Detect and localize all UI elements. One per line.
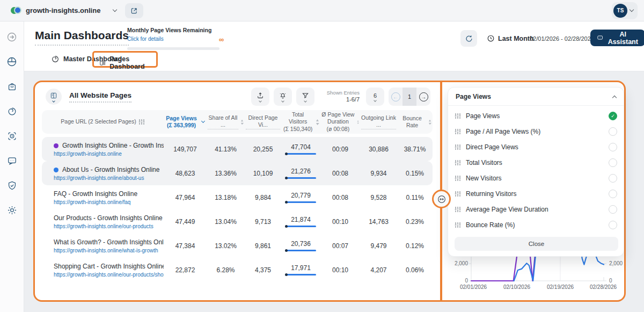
metric-option[interactable]: Bounce Rate (%) — [455, 217, 617, 233]
metric-panel-header[interactable]: Page Views — [448, 88, 624, 106]
sort-icon — [316, 119, 319, 125]
column-label: Page URL (2 Selected Pages) — [61, 118, 136, 125]
export-icon — [257, 92, 264, 99]
radio-button[interactable] — [609, 190, 617, 198]
next-page-button[interactable]: → — [416, 88, 430, 106]
sidebar-item-statistics[interactable] — [5, 104, 19, 118]
export-button[interactable] — [251, 88, 269, 106]
sidebar-item-dashboards[interactable] — [5, 55, 19, 69]
page-url-link[interactable]: https://growth-insights.online/what-is-g… — [54, 248, 164, 253]
total-visitors-value: 20,779 — [291, 192, 311, 199]
column-bounce-rate[interactable]: Bounce Rate — [397, 115, 433, 129]
metric-option[interactable]: Direct Page Views — [455, 139, 617, 155]
shown-entries-label: Shown Entries — [321, 90, 360, 96]
direct-views-value: 10,109 — [245, 170, 281, 177]
previous-page-button[interactable]: ← — [389, 88, 402, 106]
tab-pages-dashboard[interactable]: Pages Dashboard — [99, 55, 156, 70]
sliders-icon — [455, 206, 461, 213]
x-axis-label: 02/28/2026 — [590, 284, 617, 290]
radio-button[interactable] — [609, 221, 617, 229]
website-selector[interactable]: growth-insights.online — [11, 5, 116, 16]
metric-option[interactable]: Page / All Page Views (%) — [455, 124, 617, 139]
column-share-of-all[interactable]: Share of All ... — [207, 114, 245, 129]
metric-option[interactable]: Page Views — [455, 108, 617, 124]
site-domain-label: growth-insights.online — [26, 6, 100, 14]
column-total-visitors[interactable]: Total Visitors(Σ 150,340) — [281, 111, 320, 132]
bounce-rate-value: 0.23% — [397, 218, 433, 226]
refresh-button[interactable] — [460, 30, 477, 47]
top-bar: growth-insights.online TS — [0, 0, 644, 21]
chevron-up-icon — [612, 95, 617, 99]
sidebar-item-collapse[interactable] — [5, 30, 19, 44]
sidebar-item-communication[interactable] — [5, 154, 19, 168]
page-title-text: What is Growth? - Growth Insights Online — [54, 238, 164, 246]
column-direct-page-views[interactable]: Direct Page Vi... — [245, 114, 281, 129]
close-button[interactable]: Close — [455, 237, 618, 251]
table-row[interactable]: Growth Insights Online - Growth Insights… — [42, 137, 433, 161]
date-range-label: 02/01/2026 - 02/28/2026 — [530, 35, 594, 42]
metric-option-label: Bounce Rate (%) — [466, 221, 515, 229]
external-link-icon — [130, 7, 138, 14]
resize-arrows-icon — [437, 194, 447, 204]
open-website-button[interactable] — [125, 3, 143, 18]
page-size-selector[interactable]: 6 — [366, 88, 384, 106]
outgoing-links-value: 30,886 — [360, 146, 397, 153]
table-row[interactable]: Our Products - Growth Insights Onlinehtt… — [42, 209, 433, 234]
chevron-down-icon — [630, 7, 634, 11]
widget-type-selector[interactable] — [46, 89, 62, 105]
filter-button[interactable] — [296, 88, 314, 106]
quota-details-link[interactable]: Click for details — [127, 36, 164, 42]
radio-button[interactable] — [609, 205, 617, 214]
user-menu[interactable]: TS — [612, 2, 638, 19]
radio-button[interactable] — [609, 158, 617, 167]
quota-widget: Monthly Page Views Remaining Click for d… — [127, 27, 219, 50]
page-url-link[interactable]: https://growth-insights.online/our-produ… — [54, 272, 164, 278]
period-selector[interactable]: Last Month — [487, 34, 534, 42]
metric-option[interactable]: Total Visitors — [455, 155, 617, 170]
page-url-link[interactable]: https://growth-insights.online/faq — [54, 199, 164, 205]
sidebar-item-visitor-focus[interactable] — [5, 129, 19, 143]
visitors-bar — [286, 177, 316, 179]
ai-assistant-button[interactable]: AI Assistant — [590, 30, 644, 46]
metric-option[interactable]: Average Page View Duration — [455, 201, 617, 217]
metric-option[interactable]: New Visitors — [455, 170, 617, 186]
alarm-bell-icon — [279, 92, 287, 99]
sliders-icon — [455, 113, 461, 119]
page-url-link[interactable]: https://growth-insights.online/our-produ… — [54, 223, 164, 229]
table-row[interactable]: What is Growth? - Growth Insights Online… — [42, 234, 433, 258]
column-label: Ø Page View Duration — [321, 111, 354, 125]
visitors-bar — [286, 250, 316, 251]
visitors-bar — [286, 153, 316, 155]
metric-option[interactable]: Returning Visitors — [455, 186, 617, 201]
sidebar-item-settings[interactable] — [5, 203, 19, 217]
page-url-link[interactable]: https://growth-insights.online/about-us — [54, 175, 164, 181]
alerts-button[interactable] — [274, 88, 292, 106]
table-row[interactable]: Shopping Cart - Growth Insights Onlineht… — [42, 258, 433, 282]
page-url-link[interactable]: https://growth-insights.online — [54, 151, 164, 157]
pages-book-icon — [50, 92, 57, 99]
radio-button[interactable] — [609, 112, 617, 120]
column-outgoing-links[interactable]: Outgoing Link ... — [360, 114, 397, 129]
gear-icon — [7, 205, 17, 215]
page-views-value: 22,872 — [164, 266, 207, 274]
radio-button[interactable] — [609, 174, 617, 183]
radio-button[interactable] — [609, 143, 617, 151]
sidebar-item-company[interactable] — [5, 79, 19, 93]
annotation-highlight-box: Pages Dashboard — [92, 51, 158, 68]
table-row[interactable]: FAQ - Growth Insights Onlinehttps://grow… — [42, 185, 433, 209]
outgoing-links-value: 9,479 — [360, 242, 397, 250]
chevron-down-icon — [281, 99, 284, 103]
duration-value: 00:08 — [320, 170, 360, 177]
radio-button[interactable] — [609, 127, 617, 136]
chart-section: 2,000 0 2,000 0 02/01/2026 02/10/2026 02… — [442, 82, 624, 300]
panel-resizer[interactable] — [432, 190, 451, 208]
sidebar-item-privacy[interactable] — [5, 178, 19, 192]
table-row[interactable]: About Us - Growth Insights Onlinehttps:/… — [42, 161, 433, 185]
visitors-bar — [286, 201, 316, 203]
bounce-rate-value: 0.15% — [397, 170, 433, 177]
column-page-view-duration[interactable]: Ø Page View Duration(ø 00:08) — [320, 111, 360, 132]
tab-label: Pages Dashboard — [109, 55, 156, 70]
column-page-views[interactable]: Page Views(Σ 363,999) — [164, 115, 207, 129]
column-page-url[interactable]: Page URL (2 Selected Pages) — [42, 118, 164, 125]
page-title-text: About Us - Growth Insights Online — [62, 166, 159, 173]
